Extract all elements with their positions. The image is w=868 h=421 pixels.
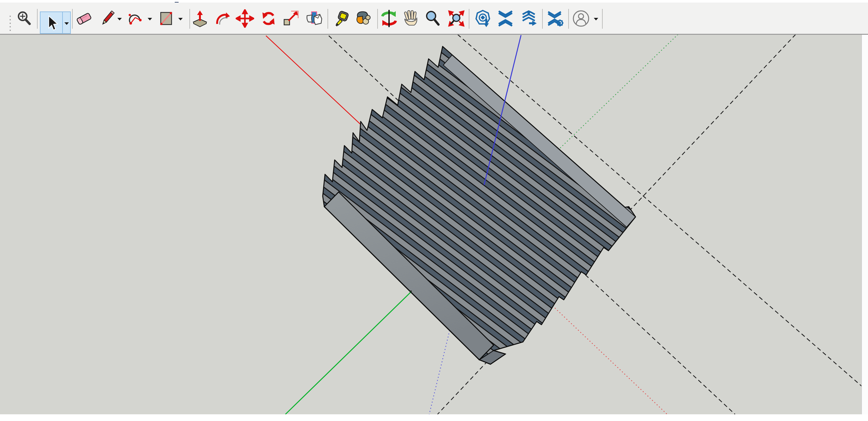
- dropdown-chevron-icon[interactable]: [178, 17, 183, 21]
- move-tool-button[interactable]: [236, 7, 254, 30]
- tape-measure-tool-button[interactable]: [333, 7, 352, 30]
- select-tool-button[interactable]: [40, 11, 71, 34]
- scale-icon: [282, 9, 300, 28]
- toolbar-separator: [602, 9, 603, 29]
- extension-b-tool-button[interactable]: [496, 7, 515, 30]
- pan-icon: [401, 9, 420, 28]
- toolbar-separator: [37, 9, 38, 29]
- ext-layers-icon: [520, 9, 538, 28]
- toolbar-separator: [377, 9, 378, 29]
- push-pull-tool-button[interactable]: [191, 7, 210, 30]
- ext-flip-icon: [496, 9, 515, 28]
- rect-icon: [157, 9, 175, 28]
- main-toolbar: [0, 3, 868, 34]
- extension-d-tool-button[interactable]: [546, 7, 565, 30]
- ext-download-icon: [473, 9, 492, 28]
- eraser-icon: [74, 9, 93, 28]
- dropdown-chevron-icon[interactable]: [147, 17, 153, 21]
- scale-tool-button[interactable]: [282, 7, 300, 30]
- search-tool-button[interactable]: [15, 7, 34, 30]
- toolbar-separator: [542, 9, 543, 29]
- solids-icon: [305, 9, 324, 28]
- zoom-icon: [423, 9, 442, 28]
- status-strip: [0, 414, 868, 421]
- toolbar-separator: [72, 9, 73, 29]
- select-dropdown-chevron-icon[interactable]: [64, 21, 69, 27]
- toolbar-separator: [328, 9, 328, 29]
- avatar-icon: [572, 9, 590, 28]
- toolbar-separator: [469, 9, 469, 29]
- green-axis-endpoint-dot: [410, 291, 412, 293]
- orbit-tool-button[interactable]: [380, 7, 398, 30]
- zoomext-icon: [447, 9, 466, 28]
- pencil-icon: [98, 9, 117, 28]
- viewport-right-strip: [862, 35, 868, 414]
- paint-icon: [353, 9, 372, 28]
- ext-gear-icon: [546, 9, 565, 28]
- solid-tools-tool-button[interactable]: [305, 7, 324, 30]
- arc-icon: [126, 9, 144, 28]
- paint-bucket-tool-button[interactable]: [353, 7, 372, 30]
- rotate-icon: [259, 9, 278, 28]
- zoom-tool-button[interactable]: [423, 7, 442, 30]
- pushpull-icon: [191, 9, 210, 28]
- tape-icon: [333, 9, 352, 28]
- dropdown-chevron-icon[interactable]: [117, 17, 122, 21]
- eraser-tool-button[interactable]: [74, 7, 93, 30]
- search-icon: [15, 9, 34, 28]
- sign-in-tool-button[interactable]: [572, 7, 590, 30]
- select-arrow-cursor-icon: [43, 14, 62, 34]
- orbit-icon: [380, 9, 398, 28]
- move-icon: [236, 9, 254, 28]
- dropdown-chevron-icon[interactable]: [593, 17, 599, 21]
- pan-tool-button[interactable]: [401, 7, 420, 30]
- viewport-canvas[interactable]: [0, 35, 868, 421]
- rotate-tool-button[interactable]: [259, 7, 278, 30]
- follow-me-tool-button[interactable]: [213, 7, 232, 30]
- rectangle-tool-button[interactable]: [157, 7, 175, 30]
- followme-icon: [213, 9, 232, 28]
- extension-c-tool-button[interactable]: [520, 7, 538, 30]
- toolbar-drag-handle[interactable]: [9, 13, 12, 32]
- extension-a-tool-button[interactable]: [473, 7, 492, 30]
- toolbar-separator: [189, 9, 190, 29]
- toolbar-separator: [568, 9, 569, 29]
- zoom-extents-tool-button[interactable]: [447, 7, 466, 30]
- select-button-divider: [62, 12, 63, 33]
- 2-point-arc-tool-button[interactable]: [126, 7, 144, 30]
- line-tool-button[interactable]: [98, 7, 117, 30]
- app-window: [0, 0, 868, 421]
